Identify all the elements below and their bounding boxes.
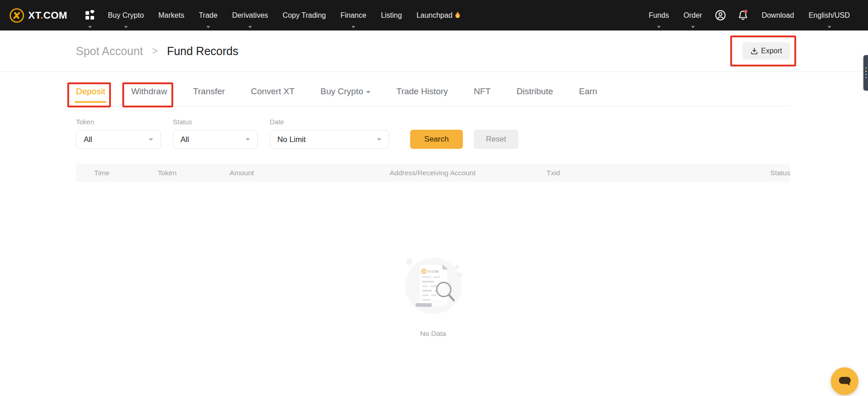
caret-down-icon [206, 26, 210, 28]
extension-dot [865, 74, 867, 75]
caret-down-icon [657, 26, 661, 28]
record-tab[interactable]: Trade History [396, 86, 448, 106]
records-table-header: Time Token Amount Address/Receiving Acco… [76, 163, 790, 182]
caret-down-icon [248, 26, 252, 28]
record-tabs: Deposit Withdraw Transfer Convert XT [76, 72, 790, 106]
no-data-label: No Data [420, 330, 446, 338]
notifications-button[interactable] [732, 0, 754, 30]
filter-select[interactable]: All [76, 130, 161, 149]
flame-icon [454, 11, 461, 19]
filter-label: Date [270, 118, 389, 126]
filter-field: Token All [76, 118, 161, 149]
nav-menu-item[interactable]: Derivatives [225, 0, 275, 30]
filter-label: Token [76, 118, 161, 126]
select-value: All [181, 135, 189, 144]
language-currency-selector[interactable]: English/USD [801, 0, 857, 30]
table-column-header: Token [158, 169, 230, 177]
record-tab[interactable]: Distribute [517, 86, 553, 106]
record-tab[interactable]: Transfer [193, 86, 225, 106]
nav-download[interactable]: Download [754, 0, 801, 30]
filter-field: Status All [173, 118, 258, 149]
filter-bar: Token All Status All Date [76, 118, 790, 149]
profile-icon [715, 10, 726, 21]
caret-down-icon [377, 138, 381, 141]
page-header: Spot Account > Fund Records Export [0, 30, 868, 72]
xt-logo[interactable]: XT.COM [9, 0, 67, 30]
caret-down-icon [124, 26, 128, 28]
browser-extension-handle[interactable] [863, 55, 868, 91]
nav-menu-item[interactable]: Finance [333, 0, 374, 30]
empty-state: XT.COM No Data [76, 251, 790, 338]
nav-menu-item[interactable]: Launchpad [409, 0, 468, 30]
profile-button[interactable] [709, 0, 732, 30]
extension-dot [865, 71, 867, 72]
page-title: Fund Records [167, 45, 238, 58]
record-tab[interactable]: Earn [579, 86, 597, 106]
caret-down-icon [366, 91, 371, 93]
caret-down-icon [351, 26, 355, 28]
filter-label: Status [173, 118, 258, 126]
reset-button[interactable]: Reset [474, 130, 518, 149]
nav-menu-item[interactable]: Copy Trading [276, 0, 333, 30]
breadcrumb: Spot Account > Fund Records [76, 45, 238, 58]
select-value: All [84, 135, 92, 144]
record-tab[interactable]: Deposit [76, 86, 105, 106]
apps-grid-icon [85, 10, 95, 20]
extension-dot [865, 67, 867, 69]
nav-right-group: Funds Order Download English/USD [642, 0, 857, 30]
table-column-header: Txid [547, 169, 770, 177]
record-tab[interactable]: Convert XT [251, 86, 295, 106]
export-button[interactable]: Export [743, 42, 790, 60]
xt-logo-icon [9, 8, 25, 23]
caret-down-icon [691, 26, 695, 28]
nav-order[interactable]: Order [676, 0, 709, 30]
main-content: Deposit Withdraw Transfer Convert XT [0, 72, 868, 338]
breadcrumb-spot-account[interactable]: Spot Account [76, 45, 143, 58]
nav-left-group: XT.COM Buy Crypto Markets [9, 0, 468, 30]
nav-menu-item[interactable]: Markets [151, 0, 191, 30]
select-value: No Limit [277, 135, 306, 144]
table-column-header: Amount [230, 169, 390, 177]
notification-dot [744, 10, 748, 13]
chat-support-button[interactable] [831, 367, 858, 395]
filter-select[interactable]: All [173, 130, 258, 149]
no-data-illustration: XT.COM [396, 251, 471, 320]
search-button[interactable]: Search [410, 130, 463, 149]
chat-bubble-icon [838, 376, 852, 387]
export-wrap: Export [743, 42, 790, 60]
record-tab[interactable]: NFT [474, 86, 491, 106]
main-menu: Buy Crypto Markets Trade Deri [100, 0, 468, 30]
filter-actions: Search Reset [410, 130, 518, 149]
filter-select[interactable]: No Limit [270, 130, 389, 149]
caret-down-icon [828, 26, 831, 28]
bell-icon [737, 9, 749, 21]
nav-funds[interactable]: Funds [642, 0, 676, 30]
caret-down-icon [246, 138, 250, 141]
extension-dot [865, 77, 867, 78]
table-column-header: Address/Receiving Account [390, 169, 547, 177]
nav-menu-item[interactable]: Trade [191, 0, 225, 30]
apps-grid-button[interactable] [79, 0, 100, 30]
top-navigation: XT.COM Buy Crypto Markets [0, 0, 868, 30]
download-icon [751, 47, 758, 55]
logo-wordmark: XT.COM [28, 10, 67, 21]
caret-down-icon [88, 26, 92, 28]
filter-field: Date No Limit [270, 118, 389, 149]
table-column-header: Status [770, 169, 790, 177]
table-column-header: Time [94, 169, 158, 177]
nav-menu-item[interactable]: Listing [374, 0, 409, 30]
record-tab[interactable]: Withdraw [131, 86, 167, 106]
svg-text:XT.COM: XT.COM [427, 270, 439, 273]
caret-down-icon [149, 138, 153, 141]
nav-menu-item[interactable]: Buy Crypto [100, 0, 151, 30]
record-tab[interactable]: Buy Crypto [321, 86, 371, 106]
chevron-right-icon: > [152, 45, 158, 57]
